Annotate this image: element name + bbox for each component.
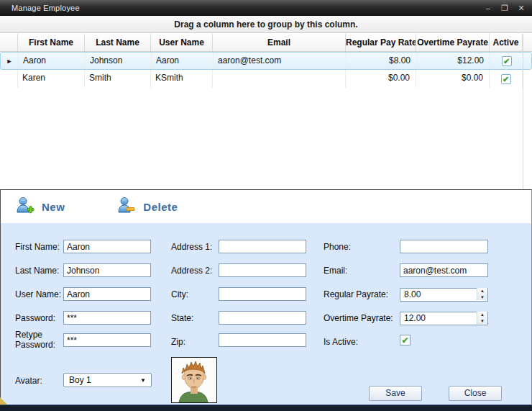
is-active-label: Is Active: — [324, 337, 358, 347]
spin-down-icon[interactable]: ▼ — [477, 294, 487, 301]
password-label: Password: — [15, 313, 55, 323]
title-bar: Manage Employee – ❐ ✕ — [0, 0, 532, 16]
is-active-checkbox[interactable]: ✔ — [400, 335, 411, 345]
chevron-down-icon: ▼ — [140, 377, 146, 384]
user-name-field[interactable] — [63, 287, 151, 301]
cell-overtime-payrate[interactable]: $0.00 — [416, 70, 490, 88]
zip-label: Zip: — [171, 337, 185, 347]
row-indicator: ► — [1, 53, 19, 69]
zip-field[interactable] — [219, 333, 306, 347]
phone-label: Phone: — [324, 242, 351, 252]
save-button[interactable]: Save — [369, 386, 422, 401]
column-header-last-name[interactable]: Last Name — [85, 34, 151, 51]
overtime-payrate-field[interactable] — [400, 312, 488, 325]
first-name-label: First Name: — [15, 242, 60, 252]
grid-header-row: First Name Last Name User Name Email Reg… — [0, 34, 532, 52]
retype-password-label: Retype Password: — [15, 330, 57, 350]
address1-field[interactable] — [219, 240, 306, 253]
employee-grid: First Name Last Name User Name Email Reg… — [0, 34, 532, 189]
row-indicator — [0, 70, 18, 88]
column-header-email[interactable]: Email — [213, 34, 346, 51]
resize-grip[interactable] — [0, 397, 7, 405]
state-field[interactable] — [219, 311, 306, 325]
check-icon: ✔ — [401, 335, 408, 345]
spin-down-icon[interactable]: ▼ — [477, 318, 487, 325]
window-title: Manage Employee — [0, 4, 80, 12]
email-label: Email: — [324, 266, 347, 276]
new-button[interactable]: New — [15, 196, 65, 218]
window-bottom-border — [0, 405, 532, 411]
column-header-first-name[interactable]: First Name — [18, 34, 85, 51]
spin-up-icon[interactable]: ▲ — [477, 312, 487, 318]
column-header-overtime-payrate[interactable]: Overtime Payrate — [416, 34, 490, 51]
close-icon[interactable]: ✕ — [516, 0, 526, 16]
group-by-drop-zone[interactable]: Drag a column here to group by this colu… — [0, 16, 532, 33]
table-row[interactable]: ► Aaron Johnson Aaron aaron@test.com $8.… — [0, 52, 532, 70]
avatar-image — [171, 357, 217, 403]
column-header-active[interactable]: Active — [490, 34, 523, 51]
cell-active: ✔ — [490, 53, 523, 69]
retype-password-field[interactable] — [63, 333, 151, 347]
cell-last-name[interactable]: Smith — [85, 70, 151, 88]
email-field[interactable] — [400, 263, 488, 277]
cell-first-name[interactable]: Aaron — [19, 53, 86, 69]
form-toolbar: New Delete — [1, 190, 531, 223]
cell-active: ✔ — [490, 70, 523, 88]
cell-regular-pay-rate[interactable]: $8.00 — [347, 53, 417, 69]
phone-field[interactable] — [400, 240, 488, 253]
cell-user-name[interactable]: KSmith — [151, 70, 213, 88]
overtime-payrate-stepper[interactable]: ▲ ▼ — [400, 311, 488, 325]
city-label: City: — [171, 289, 188, 299]
maximize-icon[interactable]: ❐ — [500, 0, 510, 16]
new-employee-icon — [15, 196, 35, 218]
last-name-field[interactable] — [63, 263, 151, 277]
grid-edge-divider — [523, 34, 523, 189]
city-field[interactable] — [219, 287, 306, 301]
active-checkbox[interactable]: ✔ — [501, 74, 511, 84]
row-indicator-column-header — [0, 34, 18, 51]
close-button[interactable]: Close — [449, 386, 502, 401]
window-controls: – ❐ ✕ — [483, 0, 526, 16]
address2-field[interactable] — [219, 263, 306, 277]
delete-button-label: Delete — [143, 201, 178, 213]
cell-user-name[interactable]: Aaron — [152, 53, 214, 69]
avatar-select[interactable]: Boy 1 ▼ — [63, 373, 152, 387]
cell-email[interactable]: aaron@test.com — [214, 53, 347, 69]
cell-overtime-payrate[interactable]: $12.00 — [417, 53, 490, 69]
cell-regular-pay-rate[interactable]: $0.00 — [346, 70, 416, 88]
regular-payrate-stepper[interactable]: ▲ ▼ — [400, 287, 488, 301]
user-name-label: User Name: — [15, 289, 61, 299]
address2-label: Address 2: — [171, 266, 212, 276]
active-checkbox[interactable]: ✔ — [502, 56, 512, 66]
manage-employee-window: Manage Employee – ❐ ✕ Drag a column here… — [0, 0, 532, 411]
first-name-field[interactable] — [63, 240, 151, 253]
cell-email[interactable] — [213, 70, 346, 88]
avatar-label: Avatar: — [15, 376, 42, 386]
avatar-selected-option: Boy 1 — [69, 375, 91, 385]
regular-payrate-label: Regular Payrate: — [324, 289, 388, 299]
current-row-arrow-icon: ► — [6, 58, 13, 65]
regular-payrate-field[interactable] — [400, 288, 488, 302]
column-header-user-name[interactable]: User Name — [151, 34, 213, 51]
employee-form: First Name: Last Name: User Name: Passwo… — [1, 223, 531, 405]
check-icon: ✔ — [503, 75, 509, 83]
check-icon: ✔ — [503, 57, 510, 66]
new-button-label: New — [42, 201, 65, 213]
column-header-regular-pay-rate[interactable]: Regular Pay Rate — [346, 34, 416, 51]
detail-panel: New Delete — [0, 189, 532, 405]
last-name-label: Last Name: — [15, 266, 59, 276]
state-label: State: — [171, 313, 193, 323]
cell-first-name[interactable]: Karen — [18, 70, 85, 88]
overtime-payrate-label: Overtime Payrate: — [324, 313, 393, 323]
overtime-payrate-spin-buttons: ▲ ▼ — [477, 312, 487, 324]
spin-up-icon[interactable]: ▲ — [477, 288, 487, 294]
password-field[interactable] — [63, 311, 151, 325]
address1-label: Address 1: — [171, 242, 212, 252]
delete-button[interactable]: Delete — [116, 196, 178, 218]
delete-employee-icon — [116, 196, 136, 218]
regular-payrate-spin-buttons: ▲ ▼ — [477, 288, 487, 300]
minimize-icon[interactable]: – — [483, 0, 493, 16]
table-row[interactable]: Karen Smith KSmith $0.00 $0.00 ✔ — [0, 70, 532, 88]
cell-last-name[interactable]: Johnson — [86, 53, 152, 69]
